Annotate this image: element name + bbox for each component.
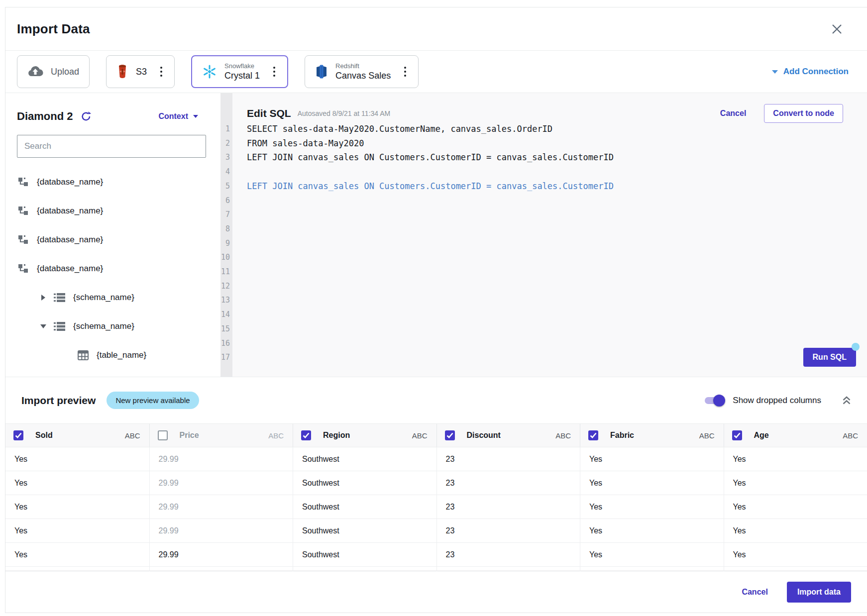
table-cell: Yes <box>580 495 724 518</box>
tree-item-label: {table_name} <box>97 350 146 360</box>
tree-item-schema[interactable]: {schema_name} <box>17 283 220 312</box>
table-cell: Southwest <box>293 447 436 471</box>
snowflake-name: Crystal 1 <box>224 70 260 82</box>
s3-icon <box>116 64 128 79</box>
table-icon <box>78 350 89 360</box>
add-connection-button[interactable]: Add Connection <box>772 67 849 77</box>
snowflake-connection-card[interactable]: Snowflake Crystal 1 <box>191 55 288 88</box>
table-row: Yes29.99Southwest23YesYes <box>5 447 867 471</box>
cloud-upload-icon <box>27 66 43 78</box>
line-number: 17 <box>220 350 230 365</box>
table-cell: Yes <box>580 471 724 495</box>
import-preview-section: Import preview New preview available Sho… <box>5 377 867 572</box>
database-icon <box>18 263 29 274</box>
s3-connection-card[interactable]: S3 <box>106 55 175 88</box>
column-checkbox[interactable] <box>301 430 311 440</box>
sql-code-line: SELECT sales-data-May2020.CustomerName, … <box>247 122 867 136</box>
s3-label: S3 <box>136 67 147 77</box>
show-dropped-columns-toggle[interactable] <box>705 397 724 404</box>
line-number: 13 <box>220 293 230 308</box>
tree-item-database[interactable]: {database_name} <box>17 197 220 225</box>
line-number-gutter: 1234567891011121314151617 <box>220 93 232 377</box>
column-checkbox[interactable] <box>445 430 455 440</box>
table-cell: Yes <box>580 519 724 542</box>
sql-code-line: LEFT JOIN canvas_sales ON Customers.Cust… <box>247 150 867 165</box>
column-header-price: PriceABC <box>149 424 293 447</box>
search-input[interactable] <box>17 135 206 158</box>
table-cell: Yes <box>724 543 867 566</box>
column-checkbox[interactable] <box>732 430 742 440</box>
column-header-age: AgeABC <box>724 424 867 447</box>
line-number: 16 <box>220 336 230 351</box>
connections-row: Upload S3 Snowflake Crystal 1 Red <box>5 51 867 93</box>
column-checkbox[interactable] <box>158 430 168 440</box>
table-cell <box>293 567 436 571</box>
chevron-right-icon[interactable] <box>40 295 46 301</box>
notification-dot-icon <box>852 343 860 351</box>
tree-item-table[interactable]: {table_name} <box>17 341 220 370</box>
upload-button[interactable]: Upload <box>17 55 90 88</box>
tree-item-label: {schema_name} <box>73 293 134 303</box>
tree-item-label: {database_name} <box>37 264 103 274</box>
import-data-button[interactable]: Import data <box>787 582 851 603</box>
table-cell: 23 <box>436 471 580 495</box>
line-number: 15 <box>220 322 230 336</box>
table-cell <box>724 567 867 571</box>
column-type-label: ABC <box>843 431 858 440</box>
column-checkbox[interactable] <box>13 430 23 440</box>
table-cell: 29.99 <box>149 495 293 518</box>
column-name: Fabric <box>610 431 634 440</box>
chevron-down-icon <box>772 70 778 74</box>
table-cell: Yes <box>580 447 724 471</box>
column-header-discount: DiscountABC <box>436 424 580 447</box>
context-label: Context <box>158 112 188 121</box>
column-header-fabric: FabricABC <box>580 424 724 447</box>
tree-item-schema[interactable]: {schema_name} <box>17 312 220 341</box>
editor-cancel-button[interactable]: Cancel <box>720 109 746 118</box>
tree-item-database[interactable]: {database_name} <box>17 225 220 254</box>
tree-item-database[interactable]: {database_name} <box>17 168 220 197</box>
preview-table-body: Yes29.99Southwest23YesYesYes29.99Southwe… <box>5 447 867 571</box>
snowflake-icon <box>202 64 217 79</box>
table-cell: 23 <box>436 495 580 518</box>
table-cell: Yes <box>5 519 149 542</box>
column-type-label: ABC <box>125 431 140 440</box>
database-tree: {database_name}{database_name}{database_… <box>17 168 220 370</box>
table-cell: Yes <box>724 471 867 495</box>
tree-item-database[interactable]: {database_name} <box>17 254 220 283</box>
column-header-region: RegionABC <box>293 424 436 447</box>
collapse-preview-icon[interactable] <box>841 395 852 406</box>
context-dropdown[interactable]: Context <box>158 112 198 121</box>
line-number: 11 <box>220 265 230 279</box>
column-checkbox[interactable] <box>588 430 598 440</box>
redshift-icon <box>315 64 328 79</box>
convert-to-node-button[interactable]: Convert to node <box>764 104 843 123</box>
line-number: 3 <box>220 150 230 165</box>
toggle-label: Show dropped columns <box>733 396 821 406</box>
redshift-menu-icon[interactable] <box>402 65 408 79</box>
snowflake-menu-icon[interactable] <box>271 65 277 79</box>
preview-title: Import preview <box>21 395 96 407</box>
database-icon <box>18 234 29 245</box>
schema-icon <box>53 292 65 303</box>
line-number: 5 <box>220 179 230 194</box>
table-cell <box>436 567 580 571</box>
chevron-down-icon[interactable] <box>40 324 46 328</box>
run-sql-button[interactable]: Run SQL <box>803 348 856 367</box>
redshift-connection-card[interactable]: Redshift Canvas Sales <box>305 55 419 88</box>
import-data-dialog: Import Data Upload S3 Snowflake <box>5 7 867 613</box>
footer-cancel-button[interactable]: Cancel <box>742 588 767 597</box>
table-row: Yes29.99Southwest23YesYes <box>5 519 867 543</box>
refresh-icon[interactable] <box>81 111 92 122</box>
preview-table-header: SoldABCPriceABCRegionABCDiscountABCFabri… <box>5 423 867 447</box>
dialog-header: Import Data <box>5 7 867 51</box>
table-cell <box>580 567 724 571</box>
s3-menu-icon[interactable] <box>158 65 164 79</box>
database-icon <box>18 205 29 216</box>
table-cell: 29.99 <box>149 519 293 542</box>
sql-code-line <box>247 165 867 179</box>
line-number: 1 <box>220 122 230 136</box>
close-icon[interactable] <box>830 22 843 35</box>
line-number: 2 <box>220 136 230 151</box>
new-preview-badge: New preview available <box>107 392 199 409</box>
